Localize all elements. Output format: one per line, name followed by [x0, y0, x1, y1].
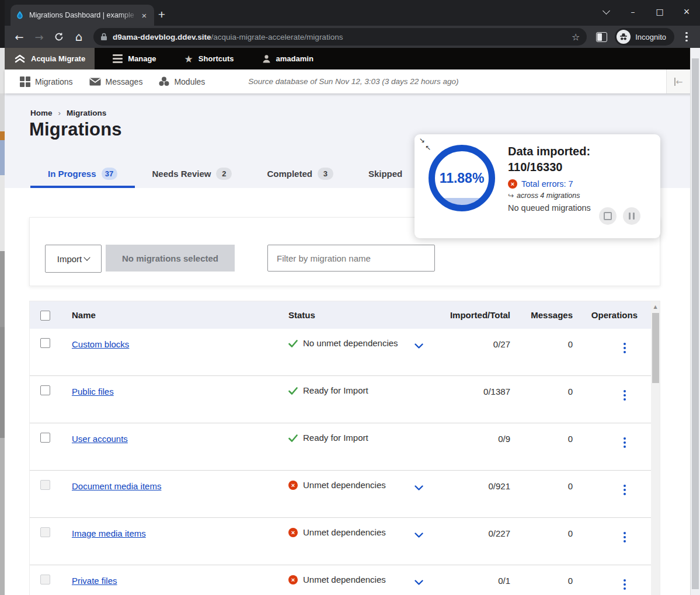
forward-button[interactable]: → [29, 27, 49, 47]
operations-menu-icon[interactable] [621, 340, 628, 356]
modules-icon [159, 76, 169, 86]
status-chevron-icon[interactable] [415, 577, 423, 587]
breadcrumb-home-link[interactable]: Home [30, 109, 53, 117]
collapse-toolbar-button[interactable]: ← [666, 69, 690, 93]
operations-menu-icon[interactable] [621, 482, 628, 497]
row-checkbox[interactable] [40, 527, 50, 537]
table-row: Public files × Ready for Import 0/1387 0 [30, 375, 652, 423]
modules-nav-item[interactable]: Modules [151, 76, 213, 86]
modules-nav-label: Modules [174, 77, 205, 86]
row-status-cell: × Unmet dependencies [288, 565, 434, 584]
manage-menu-item[interactable]: Manage [103, 48, 166, 69]
select-all-checkbox[interactable] [40, 311, 50, 321]
error-icon: × [508, 179, 517, 189]
row-checkbox[interactable] [40, 433, 50, 443]
filter-input[interactable] [267, 245, 435, 272]
row-name-link[interactable]: Image media items [72, 528, 146, 538]
row-checkbox[interactable] [40, 338, 50, 348]
check-icon [288, 434, 298, 442]
imported-total-value: 0/9 [434, 423, 510, 444]
shortcuts-menu-item[interactable]: ★ Shortcuts [175, 48, 244, 69]
tab-close-icon[interactable]: × [139, 10, 149, 20]
imported-total-value: 0/1 [434, 565, 510, 586]
row-name-link[interactable]: Document media items [72, 481, 161, 491]
url-host: d9ama-ddevblog.ddev.site [113, 33, 211, 41]
hamburger-icon [113, 54, 123, 63]
row-name-link[interactable]: Public files [72, 387, 114, 396]
migrations-nav-item[interactable]: Migrations [12, 76, 81, 87]
table-row: Image media items × Unmet dependencies 0… [30, 517, 652, 565]
row-checkbox[interactable] [40, 575, 50, 584]
back-button[interactable]: ← [9, 27, 29, 47]
tab-count-badge: 37 [102, 168, 117, 180]
messages-count: 0 [510, 565, 573, 586]
table-row: Document media items × Unmet dependencie… [30, 470, 652, 517]
tab-in-progress[interactable]: In Progress 37 [30, 161, 135, 188]
pause-button[interactable] [623, 207, 640, 225]
incognito-icon [617, 30, 631, 44]
side-panel-icon[interactable] [591, 27, 611, 47]
status-label: Ready for Import [303, 385, 368, 395]
tab-skipped[interactable]: Skipped [351, 161, 420, 188]
status-label: Unmet dependencies [303, 480, 386, 490]
messages-count: 0 [510, 423, 573, 444]
url-path: /acquia-migrate-accelerate/migrations [211, 33, 343, 41]
breadcrumb: Home › Migrations [30, 109, 106, 117]
bookmark-star-icon[interactable]: ☆ [572, 32, 580, 43]
tab-search-chevron-icon[interactable] [593, 0, 619, 23]
row-checkbox[interactable] [40, 480, 50, 490]
stop-button[interactable] [599, 207, 617, 225]
window-controls: – □ × [593, 0, 700, 23]
new-tab-button[interactable]: + [153, 6, 170, 23]
row-name-link[interactable]: Custom blocks [72, 339, 129, 349]
table-header-row: Name Status Imported/Total Messages Oper… [30, 301, 652, 329]
header-messages: Messages [510, 310, 573, 320]
progress-details: Data imported: 110/16330 × Total errors:… [508, 144, 653, 213]
row-name-link[interactable]: User accounts [72, 434, 128, 444]
envelope-icon [89, 78, 101, 86]
migrations-nav-label: Migrations [35, 77, 73, 86]
desktop-edge [0, 0, 5, 595]
brand-label: Acquia Migrate [31, 54, 85, 63]
reload-button[interactable] [49, 27, 69, 47]
lock-icon[interactable] [100, 33, 107, 41]
tab-count-badge: 3 [318, 168, 333, 180]
browser-tab[interactable]: Migrations Dashboard | example × [11, 5, 154, 26]
status-chevron-icon[interactable] [415, 482, 423, 492]
page-scrollbar-thumb[interactable] [692, 58, 699, 589]
check-icon [288, 387, 298, 395]
tab-needs-review[interactable]: Needs Review 2 [135, 161, 250, 188]
address-bar[interactable]: d9ama-ddevblog.ddev.site/acquia-migrate-… [93, 28, 587, 46]
operations-menu-icon[interactable] [621, 435, 628, 450]
data-imported-count: 110/16330 [508, 159, 653, 175]
row-checkbox[interactable] [40, 385, 50, 395]
page-scrollbar[interactable] [690, 48, 700, 595]
row-name-link[interactable]: Private files [72, 576, 117, 586]
incognito-label: Incognito [635, 33, 666, 41]
status-chevron-icon[interactable] [415, 340, 423, 350]
total-errors-link[interactable]: Total errors: 7 [521, 179, 573, 189]
operations-menu-icon[interactable] [621, 577, 628, 592]
messages-nav-item[interactable]: Messages [81, 77, 151, 86]
table-row: Custom blocks × No unmet dependencies 0/… [30, 329, 652, 375]
error-icon: × [288, 481, 298, 490]
table-scrollbar[interactable]: ▲ [651, 301, 660, 595]
user-label: amadamin [276, 54, 314, 63]
tab-completed[interactable]: Completed 3 [249, 161, 351, 188]
status-chevron-icon[interactable] [415, 530, 423, 540]
browser-menu-icon[interactable] [678, 32, 695, 42]
import-dropdown-button[interactable]: Import [45, 245, 102, 273]
minimize-button[interactable]: – [619, 0, 646, 23]
table-scrollbar-thumb[interactable] [652, 313, 659, 383]
close-window-button[interactable]: × [673, 0, 700, 23]
imported-total-value: 0/227 [434, 518, 510, 538]
operations-menu-icon[interactable] [621, 530, 628, 545]
user-menu-item[interactable]: amadamin [252, 48, 323, 69]
operations-menu-icon[interactable] [621, 388, 628, 403]
home-button[interactable]: ⌂ [69, 27, 89, 47]
scroll-up-icon[interactable]: ▲ [651, 304, 660, 309]
maximize-button[interactable]: □ [646, 0, 673, 23]
header-status: Status [288, 310, 434, 320]
status-label: No unmet dependencies [303, 338, 398, 348]
acquia-migrate-brand[interactable]: Acquia Migrate [5, 48, 95, 69]
